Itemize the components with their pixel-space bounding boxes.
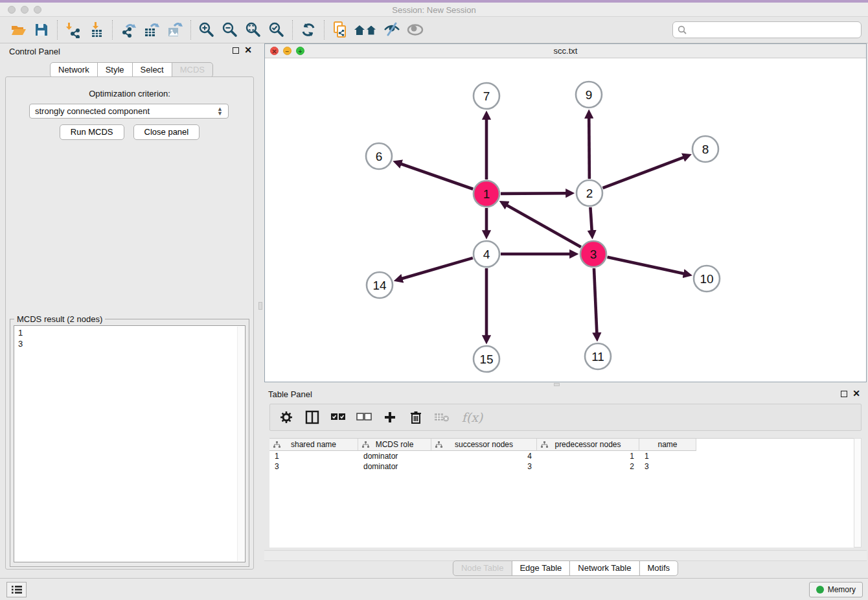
global-search-field[interactable]: [672, 21, 862, 38]
tab-edge-table[interactable]: Edge Table: [511, 560, 570, 576]
table-cell[interactable]: 1: [537, 451, 639, 461]
tab-network-table[interactable]: Network Table: [569, 560, 639, 576]
svg-text:9: 9: [586, 88, 593, 102]
column-header-name[interactable]: name: [639, 439, 696, 451]
window-titlebar: Session: New Session: [0, 3, 868, 17]
table-row[interactable]: 3dominator323: [269, 461, 854, 472]
node-7[interactable]: 7: [474, 83, 499, 109]
table-panel-title: Table Panel: [268, 389, 312, 399]
network-window-titlebar[interactable]: ✕ − + scc.txt: [265, 44, 866, 58]
table-cell[interactable]: dominator: [358, 451, 431, 461]
mcds-result-area[interactable]: 1 3: [14, 325, 246, 562]
split-columns-icon[interactable]: [304, 409, 321, 426]
column-header-MCDS-role[interactable]: MCDS role: [358, 439, 431, 451]
control-panel-close-icon[interactable]: ✕: [244, 45, 252, 55]
open-session-icon[interactable]: [6, 19, 30, 41]
tab-node-table[interactable]: Node Table: [453, 560, 512, 576]
refresh-view-icon[interactable]: [297, 19, 320, 41]
delete-column-icon[interactable]: [407, 409, 424, 426]
list-icon: [11, 584, 23, 595]
select-all-columns-icon[interactable]: [330, 409, 347, 426]
column-type-icon: [541, 441, 548, 448]
add-column-icon[interactable]: [382, 409, 398, 426]
show-panel-list-button[interactable]: [6, 582, 27, 597]
edge-2-9[interactable]: [589, 117, 589, 179]
table-row[interactable]: 1dominator411: [269, 451, 854, 461]
table-cell[interactable]: 1: [639, 451, 696, 461]
node-6[interactable]: 6: [366, 143, 392, 169]
mcds-result-text: 1 3: [14, 326, 245, 351]
network-graph[interactable]: 7968124314101511: [265, 58, 866, 382]
home-icon[interactable]: [352, 19, 380, 41]
table-cell[interactable]: 4: [431, 451, 537, 461]
table-cell[interactable]: 2: [537, 461, 639, 472]
column-header-successor-nodes[interactable]: successor nodes: [431, 439, 537, 451]
edge-3-10[interactable]: [607, 257, 685, 274]
settings-gear-icon[interactable]: [278, 409, 295, 426]
export-table-icon[interactable]: [140, 19, 163, 41]
node-11[interactable]: 11: [585, 343, 611, 369]
zoom-selected-icon[interactable]: [265, 19, 288, 41]
table-header-row: shared nameMCDS rolesuccessor nodesprede…: [269, 439, 854, 451]
result-scrollbar[interactable]: [237, 327, 244, 561]
table-cell[interactable]: 3: [639, 461, 696, 472]
node-1[interactable]: 1: [474, 181, 499, 207]
node-3[interactable]: 3: [580, 241, 606, 267]
tab-mcds[interactable]: MCDS: [172, 62, 213, 78]
node-9[interactable]: 9: [576, 82, 602, 108]
table-cell[interactable]: 3: [269, 461, 358, 472]
show-hidden-icon[interactable]: [404, 19, 427, 41]
vertical-splitter-handle[interactable]: [258, 302, 262, 310]
table-cell[interactable]: 1: [269, 451, 358, 461]
zoom-fit-icon[interactable]: [242, 19, 265, 41]
save-session-icon[interactable]: [30, 19, 53, 41]
edge-1-2[interactable]: [501, 193, 567, 194]
node-4[interactable]: 4: [474, 241, 499, 267]
export-network-icon[interactable]: [117, 19, 140, 41]
svg-text:4: 4: [483, 248, 490, 261]
run-mcds-button[interactable]: Run MCDS: [60, 124, 124, 140]
tab-network[interactable]: Network: [50, 62, 98, 78]
node-15[interactable]: 15: [474, 346, 499, 372]
node-2[interactable]: 2: [577, 180, 602, 206]
criterion-select[interactable]: strongly connected component ▲▼: [29, 104, 229, 119]
tab-select[interactable]: Select: [132, 62, 172, 78]
edge-4-14[interactable]: [401, 258, 473, 279]
memory-button[interactable]: Memory: [809, 582, 863, 597]
table-scrollbar[interactable]: [854, 438, 862, 548]
hide-panels-icon[interactable]: [380, 19, 404, 41]
table-panel-float-icon[interactable]: [841, 391, 847, 397]
export-image-icon[interactable]: [163, 19, 187, 41]
table-panel-close-icon[interactable]: ✕: [852, 388, 860, 398]
column-header-shared-name[interactable]: shared name: [269, 439, 358, 451]
search-input[interactable]: [687, 25, 861, 35]
node-14[interactable]: 14: [367, 272, 393, 298]
table-cell[interactable]: dominator: [358, 461, 431, 472]
zoom-in-icon[interactable]: [195, 19, 218, 41]
edge-2-3[interactable]: [590, 207, 591, 232]
column-header-predecessor-nodes[interactable]: predecessor nodes: [537, 439, 639, 451]
control-panel-float-icon[interactable]: [233, 47, 239, 54]
control-panel: Control Panel ✕ NetworkStyleSelectMCDS O…: [0, 43, 260, 578]
node-8[interactable]: 8: [692, 136, 718, 162]
tab-motifs[interactable]: Motifs: [639, 560, 678, 576]
node-table[interactable]: shared nameMCDS rolesuccessor nodesprede…: [269, 438, 854, 548]
network-canvas[interactable]: 7968124314101511: [265, 58, 866, 382]
table-cell[interactable]: 3: [431, 461, 537, 472]
edge-1-6[interactable]: [400, 163, 473, 189]
import-network-icon[interactable]: [62, 19, 85, 41]
clone-network-icon[interactable]: [328, 19, 352, 41]
window-title: Session: New Session: [0, 5, 868, 15]
horizontal-splitter-handle[interactable]: [554, 383, 560, 386]
import-table-icon[interactable]: [85, 19, 108, 41]
close-panel-button[interactable]: Close panel: [133, 124, 200, 140]
edge-2-8[interactable]: [603, 157, 685, 188]
toolbar-separator: [57, 20, 58, 40]
node-10[interactable]: 10: [694, 266, 720, 292]
deselect-all-columns-icon[interactable]: [356, 409, 372, 426]
edge-3-1[interactable]: [506, 205, 581, 248]
edge-3-11[interactable]: [594, 268, 597, 334]
zoom-out-icon[interactable]: [218, 19, 242, 41]
column-label: successor nodes: [455, 440, 513, 449]
tab-style[interactable]: Style: [97, 62, 133, 78]
